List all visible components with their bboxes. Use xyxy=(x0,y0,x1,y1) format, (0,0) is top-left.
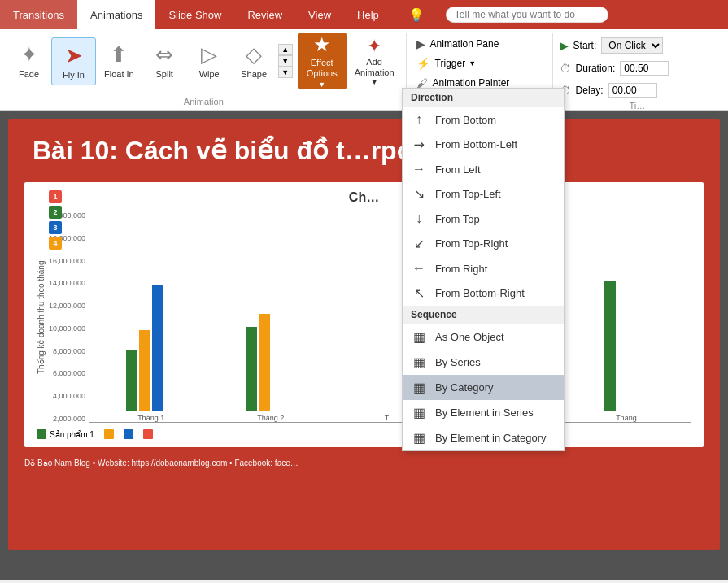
legend-color-1 xyxy=(37,429,46,439)
from-left-icon: → xyxy=(411,162,427,176)
anim-wipe[interactable]: ▷ Wipe xyxy=(187,37,232,85)
anim-fly-in[interactable]: ➤ Fly In xyxy=(51,37,96,85)
from-top-label: From Top xyxy=(435,213,556,225)
delay-row: ⏱ Delay: xyxy=(560,83,715,98)
tab-slide-show[interactable]: Slide Show xyxy=(155,0,234,29)
trigger-label: Trigger xyxy=(435,58,466,69)
shape-icon: ◇ xyxy=(246,42,262,67)
anim-shape[interactable]: ◇ Shape xyxy=(232,37,277,85)
menu-item-from-left[interactable]: → From Left xyxy=(403,157,564,181)
bar-group-2: Tháng 2 xyxy=(212,208,329,422)
slide-area: Bài 10: Cách vẽ biểu đồ t…rpoint Ch… Thố… xyxy=(0,111,728,580)
from-top-icon: ↓ xyxy=(411,211,427,226)
by-category-label: By Category xyxy=(435,381,556,394)
menu-item-by-element-series[interactable]: ▦ By Element in Series xyxy=(403,400,564,425)
from-top-left-icon: ↘ xyxy=(411,186,427,202)
animation-pane-icon: ▶ xyxy=(416,37,425,50)
menu-item-from-bottom-left[interactable]: ↗ From Bottom-Left xyxy=(403,132,564,157)
by-element-category-icon: ▦ xyxy=(411,430,427,446)
animation-painter-label: Animation Painter xyxy=(433,77,510,89)
duration-icon: ⏱ xyxy=(560,62,571,75)
anim-fade[interactable]: ✦ Fade xyxy=(7,37,51,85)
menu-item-from-top-left[interactable]: ↘ From Top-Left xyxy=(403,181,564,207)
fly-in-icon: ➤ xyxy=(65,43,83,68)
trigger-icon: ⚡ xyxy=(416,57,430,70)
from-left-label: From Left xyxy=(435,163,556,176)
delay-label: Delay: xyxy=(576,85,604,96)
effect-options-dropdown: Direction ↑ From Bottom ↗ From Bottom-Le… xyxy=(402,88,565,451)
trigger-arrow: ▼ xyxy=(469,59,476,67)
legend-color-3 xyxy=(124,429,133,439)
legend-color-4 xyxy=(143,429,153,439)
ribbon-tabs: Transitions Animations Slide Show Review… xyxy=(0,0,728,29)
float-in-icon: ⬆ xyxy=(110,42,128,67)
menu-item-by-series[interactable]: ▦ By Series xyxy=(403,350,564,375)
scroll-down-btn[interactable]: ▼ xyxy=(278,55,293,67)
fly-in-label: Fly In xyxy=(63,70,85,80)
effect-options-label: EffectOptions xyxy=(307,58,338,79)
scroll-more-btn[interactable]: ▼ xyxy=(278,67,293,78)
by-series-icon: ▦ xyxy=(411,355,427,370)
sequence-section-header: Sequence xyxy=(403,306,564,324)
anim-float-in[interactable]: ⬆ Float In xyxy=(96,37,142,85)
from-bottom-left-label: From Bottom-Left xyxy=(435,138,556,150)
legend-item-4 xyxy=(143,429,153,439)
trigger-button[interactable]: ⚡ Trigger ▼ xyxy=(413,55,546,72)
tab-animations[interactable]: Animations xyxy=(77,0,155,29)
effect-options-arrow: ▼ xyxy=(318,80,325,89)
tab-transitions[interactable]: Transitions xyxy=(0,0,77,29)
effect-options-button[interactable]: ★ EffectOptions ▼ xyxy=(298,33,347,89)
chart-title: Ch… xyxy=(37,190,691,205)
menu-item-by-element-category[interactable]: ▦ By Element in Category xyxy=(403,425,564,450)
legend-item-2 xyxy=(104,429,114,439)
as-one-object-icon: ▦ xyxy=(411,329,427,345)
bar-group-1: Tháng 1 xyxy=(93,208,209,422)
from-bottom-right-label: From Bottom-Right xyxy=(435,287,556,299)
menu-item-from-bottom-right[interactable]: ↖ From Bottom-Right xyxy=(403,281,564,306)
menu-item-as-one-object[interactable]: ▦ As One Object xyxy=(403,324,564,350)
duration-input[interactable] xyxy=(620,61,669,76)
animation-pane-button[interactable]: ▶ Animation Pane xyxy=(413,36,546,52)
num-4: 4 xyxy=(49,237,62,250)
animation-section-label: Animation xyxy=(7,95,401,107)
animation-gallery: ✦ Fade ➤ Fly In ⬆ Float In ⇔ Split ▷ W xyxy=(7,37,277,85)
tab-view[interactable]: View xyxy=(295,0,344,29)
menu-item-from-right[interactable]: ← From Right xyxy=(403,256,564,281)
from-top-right-label: From Top-Right xyxy=(435,237,556,250)
add-animation-icon: ✦ xyxy=(367,36,381,57)
delay-input[interactable] xyxy=(608,83,657,98)
by-element-category-label: By Element in Category xyxy=(435,432,556,444)
by-series-label: By Series xyxy=(435,356,556,368)
anim-split[interactable]: ⇔ Split xyxy=(142,37,187,85)
start-icon: ▶ xyxy=(560,39,569,52)
bar-group-5: Tháng… xyxy=(572,208,688,422)
by-element-series-label: By Element in Series xyxy=(435,407,556,419)
bar-1-2 xyxy=(139,330,150,411)
bar-chart: Tháng 1 Tháng 2 xyxy=(89,211,691,423)
add-animation-button[interactable]: ✦ AddAnimation ▼ xyxy=(348,33,401,89)
bar-1-1 xyxy=(126,350,137,411)
chart-legend: Sản phẩm 1 xyxy=(37,429,691,439)
animation-pane-label: Animation Pane xyxy=(430,38,499,50)
slide-numbers: 1 2 3 4 xyxy=(49,190,62,250)
legend-color-2 xyxy=(104,429,114,439)
x-label-2: Tháng 2 xyxy=(257,414,284,422)
x-label-3: T… xyxy=(385,414,397,422)
chart-content: Thống kê doanh thu theo tháng 20,000,000… xyxy=(37,211,691,423)
menu-item-from-bottom[interactable]: ↑ From Bottom xyxy=(403,107,564,132)
from-right-icon: ← xyxy=(411,261,427,276)
scroll-up-btn[interactable]: ▲ xyxy=(278,44,293,55)
tell-me-input[interactable]: Tell me what you want to do xyxy=(446,7,608,23)
tab-review[interactable]: Review xyxy=(234,0,295,29)
x-label-5: Tháng… xyxy=(616,414,644,422)
tab-help[interactable]: Help xyxy=(344,0,392,29)
menu-item-from-top[interactable]: ↓ From Top xyxy=(403,207,564,231)
start-label: Start: xyxy=(573,40,597,51)
menu-item-from-top-right[interactable]: ↙ From Top-Right xyxy=(403,231,564,256)
float-in-label: Float In xyxy=(104,69,134,79)
duration-label: Duration: xyxy=(576,63,616,74)
by-category-icon: ▦ xyxy=(411,380,427,395)
menu-item-by-category[interactable]: ▦ By Category xyxy=(403,375,564,400)
shape-label: Shape xyxy=(241,69,267,79)
start-select[interactable]: On Click xyxy=(601,37,663,54)
